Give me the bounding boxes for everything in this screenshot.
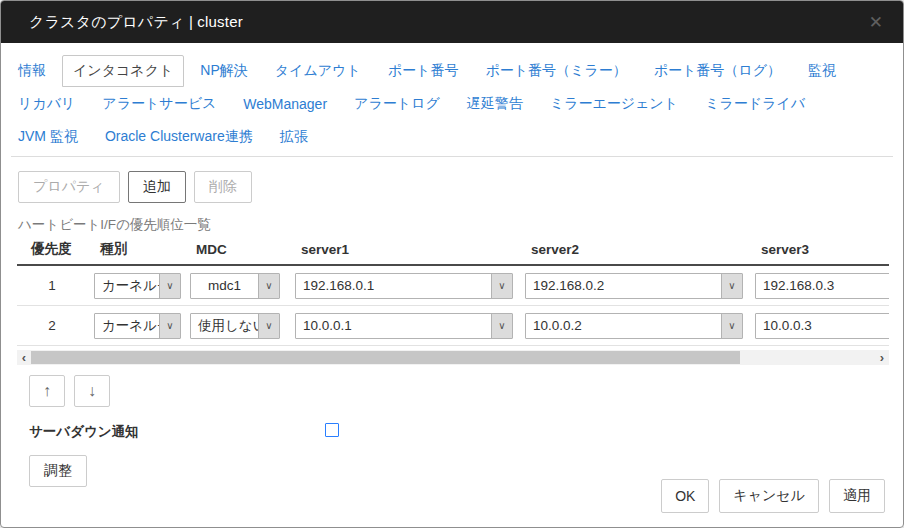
scrollbar-track[interactable]	[31, 350, 875, 365]
tab-bar: 情報 インタコネクト NP解決 タイムアウト ポート番号 ポート番号（ミラー） …	[1, 43, 903, 153]
tab-row-3: JVM 監視 Oracle Clusterware連携 拡張	[7, 121, 887, 153]
cancel-button[interactable]: キャンセル	[719, 479, 819, 513]
arrow-down-icon: ↓	[88, 382, 96, 400]
tab-delay-warning[interactable]: 遅延警告	[456, 88, 534, 120]
tab-port-number-mirror[interactable]: ポート番号（ミラー）	[474, 55, 637, 87]
column-header-priority: 優先度	[17, 240, 87, 258]
column-header-server1: server1	[295, 242, 513, 257]
chevron-down-icon: ∨	[491, 314, 512, 338]
table-row: 1 カーネルモ ∨ mdc1 ∨ 192.168.0.1	[17, 266, 889, 306]
priority-value: 1	[17, 278, 87, 293]
chevron-down-icon: ∨	[159, 314, 180, 338]
chevron-down-icon: ∨	[721, 314, 742, 338]
heartbeat-toolbar: プロパティ 追加 削除	[18, 171, 903, 203]
tab-timeout[interactable]: タイムアウト	[264, 55, 372, 87]
tune-button[interactable]: 調整	[29, 455, 87, 487]
chevron-down-icon: ∨	[159, 274, 180, 298]
tab-port-number-log[interactable]: ポート番号（ログ）	[643, 55, 792, 87]
server3-select[interactable]: 192.168.0.3	[755, 273, 889, 299]
column-header-type: 種別	[94, 240, 181, 258]
tab-alert-log[interactable]: アラートログ	[343, 88, 451, 120]
tab-port-number[interactable]: ポート番号	[377, 55, 470, 87]
properties-button[interactable]: プロパティ	[18, 171, 120, 203]
tab-row-2: リカバリ アラートサービス WebManager アラートログ 遅延警告 ミラー…	[7, 88, 887, 120]
tab-recovery[interactable]: リカバリ	[7, 88, 86, 120]
column-header-server2: server2	[525, 242, 743, 257]
mdc-select[interactable]: mdc1 ∨	[190, 273, 280, 299]
column-header-mdc: MDC	[190, 242, 280, 257]
move-down-button[interactable]: ↓	[74, 375, 110, 407]
chevron-down-icon: ∨	[258, 314, 279, 338]
dialog-footer: OK キャンセル 適用	[661, 479, 885, 513]
chevron-down-icon: ∨	[258, 274, 279, 298]
tab-alert-service[interactable]: アラートサービス	[91, 88, 227, 120]
apply-button[interactable]: 適用	[829, 479, 885, 513]
tab-np-resolution[interactable]: NP解決	[189, 55, 258, 87]
heartbeat-table-viewport: 優先度 種別 MDC server1 server2 server3 1 カーネ…	[17, 240, 889, 346]
arrow-up-icon: ↑	[43, 382, 51, 400]
scrollbar-thumb[interactable]	[31, 351, 740, 364]
scroll-right-icon[interactable]: ›	[875, 350, 889, 365]
priority-value: 2	[17, 318, 87, 333]
dialog-title: クラスタのプロパティ | cluster	[29, 13, 869, 32]
tab-jvm-monitor[interactable]: JVM 監視	[7, 121, 89, 153]
server2-select[interactable]: 192.168.0.2 ∨	[525, 273, 743, 299]
tab-monitor[interactable]: 監視	[797, 55, 847, 87]
tab-extension[interactable]: 拡張	[269, 121, 319, 153]
server1-select[interactable]: 10.0.0.1 ∨	[295, 313, 513, 339]
type-select[interactable]: カーネルモ ∨	[94, 273, 181, 299]
tab-row-1: 情報 インタコネクト NP解決 タイムアウト ポート番号 ポート番号（ミラー） …	[7, 55, 887, 87]
server-down-notify-row: サーバダウン通知	[29, 423, 903, 439]
table-row: 2 カーネルモ ∨ 使用しない ∨ 10.0.0.1 ∨	[17, 306, 889, 346]
ok-button[interactable]: OK	[661, 479, 709, 513]
heartbeat-table-header: 優先度 種別 MDC server1 server2 server3	[17, 240, 889, 266]
tab-interconnect[interactable]: インタコネクト	[62, 55, 184, 87]
tabs-separator	[11, 156, 893, 157]
tab-mirror-driver[interactable]: ミラードライバ	[694, 88, 816, 120]
type-select[interactable]: カーネルモ ∨	[94, 313, 181, 339]
heartbeat-list-title: ハートビートI/Fの優先順位一覧	[18, 216, 903, 234]
add-button[interactable]: 追加	[128, 171, 186, 203]
chevron-down-icon: ∨	[491, 274, 512, 298]
scroll-left-icon[interactable]: ‹	[17, 350, 31, 365]
server3-select[interactable]: 10.0.0.3	[755, 313, 889, 339]
priority-order-buttons: ↑ ↓	[29, 375, 903, 407]
server1-select[interactable]: 192.168.0.1 ∨	[295, 273, 513, 299]
chevron-down-icon: ∨	[721, 274, 742, 298]
tab-info[interactable]: 情報	[7, 55, 57, 87]
close-icon[interactable]: ✕	[869, 14, 883, 31]
delete-button[interactable]: 削除	[194, 171, 252, 203]
server-down-notify-checkbox[interactable]	[325, 423, 339, 437]
heartbeat-table: 優先度 種別 MDC server1 server2 server3 1 カーネ…	[17, 240, 889, 346]
cluster-properties-dialog: クラスタのプロパティ | cluster ✕ 情報 インタコネクト NP解決 タ…	[0, 0, 904, 528]
server-down-notify-label: サーバダウン通知	[29, 424, 139, 439]
mdc-select[interactable]: 使用しない ∨	[190, 313, 280, 339]
tab-oracle-clusterware[interactable]: Oracle Clusterware連携	[94, 121, 264, 153]
horizontal-scrollbar[interactable]: ‹ ›	[17, 350, 889, 365]
tab-mirror-agent[interactable]: ミラーエージェント	[539, 88, 689, 120]
server2-select[interactable]: 10.0.0.2 ∨	[525, 313, 743, 339]
column-header-server3: server3	[755, 242, 889, 257]
dialog-titlebar: クラスタのプロパティ | cluster ✕	[1, 1, 903, 43]
move-up-button[interactable]: ↑	[29, 375, 65, 407]
tab-webmanager[interactable]: WebManager	[232, 89, 338, 119]
